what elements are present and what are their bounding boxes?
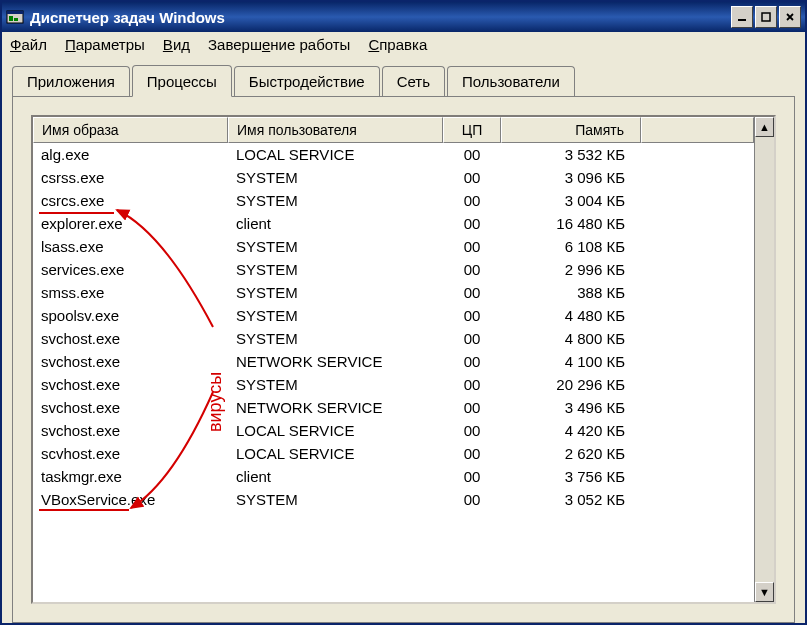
table-row[interactable]: svchost.exeSYSTEM004 800 КБ — [33, 327, 754, 350]
cell-image-name: svchost.exe — [33, 352, 228, 371]
table-row[interactable]: csrss.exeSYSTEM003 096 КБ — [33, 166, 754, 189]
cell-cpu: 00 — [443, 283, 501, 302]
cell-user-name: SYSTEM — [228, 490, 443, 509]
cell-memory: 3 052 КБ — [501, 490, 641, 509]
cell-memory: 3 496 КБ — [501, 398, 641, 417]
cell-memory: 4 800 КБ — [501, 329, 641, 348]
cell-cpu: 00 — [443, 352, 501, 371]
vertical-scrollbar[interactable]: ▲ ▼ — [754, 117, 774, 602]
cell-memory: 3 004 КБ — [501, 191, 641, 210]
app-icon — [6, 8, 24, 26]
tab-applications[interactable]: Приложения — [12, 66, 130, 98]
cell-image-name: smss.exe — [33, 283, 228, 302]
cell-user-name: SYSTEM — [228, 329, 443, 348]
menubar: ФФайлайл ПараметрыПараметры ВидВид Завер… — [2, 32, 805, 57]
cell-cpu: 00 — [443, 191, 501, 210]
cell-memory: 6 108 КБ — [501, 237, 641, 256]
svg-rect-3 — [14, 18, 18, 21]
cell-user-name: SYSTEM — [228, 191, 443, 210]
column-header-image-name[interactable]: Имя образа — [33, 117, 228, 143]
table-row[interactable]: lsass.exeSYSTEM006 108 КБ — [33, 235, 754, 258]
cell-cpu: 00 — [443, 490, 501, 509]
table-row[interactable]: scvhost.exeLOCAL SERVICE002 620 КБ — [33, 442, 754, 465]
menu-view[interactable]: ВидВид — [163, 36, 190, 53]
cell-cpu: 00 — [443, 421, 501, 440]
tab-performance[interactable]: Быстродействие — [234, 66, 380, 98]
cell-user-name: SYSTEM — [228, 168, 443, 187]
cell-memory: 2 620 КБ — [501, 444, 641, 463]
table-row[interactable]: spoolsv.exeSYSTEM004 480 КБ — [33, 304, 754, 327]
table-row[interactable]: svchost.exeSYSTEM0020 296 КБ — [33, 373, 754, 396]
table-row[interactable]: taskmgr.execlient003 756 КБ — [33, 465, 754, 488]
window-controls — [731, 6, 801, 28]
cell-cpu: 00 — [443, 214, 501, 233]
cell-image-name: svchost.exe — [33, 329, 228, 348]
cell-user-name: client — [228, 214, 443, 233]
cell-cpu: 00 — [443, 260, 501, 279]
table-row[interactable]: services.exeSYSTEM002 996 КБ — [33, 258, 754, 281]
list-header: Имя образа Имя пользователя ЦП Память — [33, 117, 754, 143]
cell-memory: 2 996 КБ — [501, 260, 641, 279]
svg-rect-1 — [7, 11, 23, 14]
cell-user-name: LOCAL SERVICE — [228, 444, 443, 463]
table-row[interactable]: svchost.exeNETWORK SERVICE003 496 КБ — [33, 396, 754, 419]
cell-image-name: scvhost.exe — [33, 444, 228, 463]
table-row[interactable]: csrcs.exeSYSTEM003 004 КБ — [33, 189, 754, 212]
menu-shutdown[interactable]: Завершение работыЗавершение работы — [208, 36, 350, 53]
column-header-memory[interactable]: Память — [501, 117, 641, 143]
cell-cpu: 00 — [443, 168, 501, 187]
tab-processes[interactable]: Процессы — [132, 65, 232, 97]
tabs: Приложения Процессы Быстродействие Сеть … — [12, 65, 795, 97]
column-header-cpu[interactable]: ЦП — [443, 117, 501, 143]
cell-image-name: svchost.exe — [33, 398, 228, 417]
cell-cpu: 00 — [443, 329, 501, 348]
table-row[interactable]: smss.exeSYSTEM00388 КБ — [33, 281, 754, 304]
cell-image-name: lsass.exe — [33, 237, 228, 256]
cell-image-name: services.exe — [33, 260, 228, 279]
cell-image-name: csrcs.exe — [33, 191, 228, 210]
table-row[interactable]: VBoxService.exeSYSTEM003 052 КБ — [33, 488, 754, 511]
cell-memory: 388 КБ — [501, 283, 641, 302]
table-row[interactable]: alg.exeLOCAL SERVICE003 532 КБ — [33, 143, 754, 166]
cell-cpu: 00 — [443, 306, 501, 325]
cell-cpu: 00 — [443, 398, 501, 417]
menu-file[interactable]: ФФайлайл — [10, 36, 47, 53]
cell-image-name: explorer.exe — [33, 214, 228, 233]
cell-cpu: 00 — [443, 444, 501, 463]
minimize-button[interactable] — [731, 6, 753, 28]
cell-cpu: 00 — [443, 145, 501, 164]
tab-networking[interactable]: Сеть — [382, 66, 445, 98]
scroll-down-button[interactable]: ▼ — [755, 582, 774, 602]
cell-user-name: NETWORK SERVICE — [228, 398, 443, 417]
tab-users[interactable]: Пользователи — [447, 66, 575, 98]
menu-options[interactable]: ПараметрыПараметры — [65, 36, 145, 53]
cell-image-name: svchost.exe — [33, 375, 228, 394]
cell-user-name: SYSTEM — [228, 260, 443, 279]
svg-rect-2 — [9, 16, 13, 21]
cell-image-name: svchost.exe — [33, 421, 228, 440]
menu-help[interactable]: СправкаСправка — [368, 36, 427, 53]
column-header-spacer — [641, 117, 754, 143]
cell-user-name: SYSTEM — [228, 283, 443, 302]
cell-memory: 3 532 КБ — [501, 145, 641, 164]
task-manager-window: Диспетчер задач Windows ФФайлайл Парамет… — [0, 0, 807, 625]
cell-cpu: 00 — [443, 375, 501, 394]
scroll-up-button[interactable]: ▲ — [755, 117, 774, 137]
cell-memory: 3 756 КБ — [501, 467, 641, 486]
process-listview: Имя образа Имя пользователя ЦП Память al… — [31, 115, 776, 604]
table-row[interactable]: svchost.exeNETWORK SERVICE004 100 КБ — [33, 350, 754, 373]
table-row[interactable]: svchost.exeLOCAL SERVICE004 420 КБ — [33, 419, 754, 442]
table-row[interactable]: explorer.execlient0016 480 КБ — [33, 212, 754, 235]
cell-image-name: alg.exe — [33, 145, 228, 164]
cell-user-name: SYSTEM — [228, 237, 443, 256]
svg-rect-4 — [738, 19, 746, 21]
maximize-button[interactable] — [755, 6, 777, 28]
column-header-user-name[interactable]: Имя пользователя — [228, 117, 443, 143]
titlebar[interactable]: Диспетчер задач Windows — [2, 2, 805, 32]
cell-user-name: client — [228, 467, 443, 486]
scroll-track[interactable] — [755, 137, 774, 582]
close-button[interactable] — [779, 6, 801, 28]
cell-user-name: SYSTEM — [228, 306, 443, 325]
window-title: Диспетчер задач Windows — [30, 9, 731, 26]
tab-panel-processes: Имя образа Имя пользователя ЦП Память al… — [12, 96, 795, 623]
